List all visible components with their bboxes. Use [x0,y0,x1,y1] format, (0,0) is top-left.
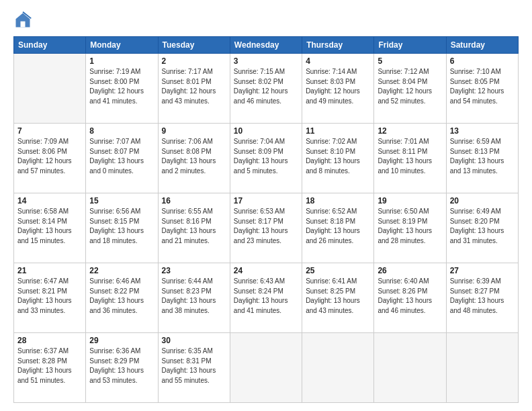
day-cell: 18Sunrise: 6:52 AM Sunset: 8:18 PM Dayli… [302,193,374,263]
day-number: 25 [306,266,370,275]
day-cell: 8Sunrise: 7:07 AM Sunset: 8:07 PM Daylig… [86,124,158,193]
day-info: Sunrise: 6:56 AM Sunset: 8:15 PM Dayligh… [89,207,154,246]
day-number: 28 [17,336,82,345]
day-cell: 3Sunrise: 7:15 AM Sunset: 8:02 PM Daylig… [230,54,302,124]
day-info: Sunrise: 7:14 AM Sunset: 8:03 PM Dayligh… [306,67,370,106]
day-number: 2 [162,56,226,66]
day-cell: 10Sunrise: 7:04 AM Sunset: 8:09 PM Dayli… [230,124,302,193]
week-row-5: 28Sunrise: 6:37 AM Sunset: 8:28 PM Dayli… [14,333,519,403]
day-info: Sunrise: 7:19 AM Sunset: 8:00 PM Dayligh… [89,67,154,106]
day-cell: 1Sunrise: 7:19 AM Sunset: 8:00 PM Daylig… [86,54,158,124]
day-info: Sunrise: 7:01 AM Sunset: 8:11 PM Dayligh… [378,137,442,176]
day-cell: 7Sunrise: 7:09 AM Sunset: 8:06 PM Daylig… [14,124,86,193]
day-number: 16 [162,196,226,205]
day-cell: 24Sunrise: 6:43 AM Sunset: 8:24 PM Dayli… [230,263,302,333]
day-info: Sunrise: 6:52 AM Sunset: 8:18 PM Dayligh… [306,207,370,246]
day-info: Sunrise: 6:50 AM Sunset: 8:19 PM Dayligh… [378,207,442,246]
day-info: Sunrise: 7:06 AM Sunset: 8:08 PM Dayligh… [162,137,226,176]
day-info: Sunrise: 6:49 AM Sunset: 8:20 PM Dayligh… [450,207,515,246]
day-cell: 5Sunrise: 7:12 AM Sunset: 8:04 PM Daylig… [374,54,446,124]
day-info: Sunrise: 6:53 AM Sunset: 8:17 PM Dayligh… [234,207,298,246]
week-row-1: 1Sunrise: 7:19 AM Sunset: 8:00 PM Daylig… [14,54,519,124]
week-row-3: 14Sunrise: 6:58 AM Sunset: 8:14 PM Dayli… [14,193,519,263]
day-cell: 2Sunrise: 7:17 AM Sunset: 8:01 PM Daylig… [158,54,230,124]
day-number: 13 [450,126,515,136]
calendar-header-row: Sunday Monday Tuesday Wednesday Thursday… [14,37,519,54]
day-info: Sunrise: 7:12 AM Sunset: 8:04 PM Dayligh… [378,67,442,106]
day-number: 21 [17,266,82,275]
day-cell: 13Sunrise: 6:59 AM Sunset: 8:13 PM Dayli… [446,124,518,193]
day-number: 9 [162,126,226,136]
day-number: 22 [89,266,154,275]
day-info: Sunrise: 7:09 AM Sunset: 8:06 PM Dayligh… [17,137,82,176]
day-info: Sunrise: 6:55 AM Sunset: 8:16 PM Dayligh… [162,207,226,246]
day-cell: 11Sunrise: 7:02 AM Sunset: 8:10 PM Dayli… [302,124,374,193]
day-number: 27 [450,266,515,275]
day-cell: 25Sunrise: 6:41 AM Sunset: 8:25 PM Dayli… [302,263,374,333]
day-number: 26 [378,266,442,275]
day-number: 17 [234,196,298,205]
svg-rect-2 [21,21,26,28]
day-cell: 19Sunrise: 6:50 AM Sunset: 8:19 PM Dayli… [374,193,446,263]
day-cell: 29Sunrise: 6:36 AM Sunset: 8:29 PM Dayli… [86,333,158,403]
logo [13,11,35,30]
day-number: 11 [306,126,370,136]
day-cell: 15Sunrise: 6:56 AM Sunset: 8:15 PM Dayli… [86,193,158,263]
day-info: Sunrise: 7:17 AM Sunset: 8:01 PM Dayligh… [162,67,226,106]
day-info: Sunrise: 7:10 AM Sunset: 8:05 PM Dayligh… [450,67,515,106]
week-row-2: 7Sunrise: 7:09 AM Sunset: 8:06 PM Daylig… [14,124,519,193]
col-friday: Friday [374,37,446,54]
day-number: 18 [306,196,370,205]
day-cell [446,333,518,403]
col-thursday: Thursday [302,37,374,54]
day-info: Sunrise: 7:04 AM Sunset: 8:09 PM Dayligh… [234,137,298,176]
day-number: 14 [17,196,82,205]
col-wednesday: Wednesday [230,37,302,54]
day-cell [302,333,374,403]
day-cell: 16Sunrise: 6:55 AM Sunset: 8:16 PM Dayli… [158,193,230,263]
day-info: Sunrise: 6:44 AM Sunset: 8:23 PM Dayligh… [162,277,226,316]
day-info: Sunrise: 7:07 AM Sunset: 8:07 PM Dayligh… [89,137,154,176]
day-number: 12 [378,126,442,136]
day-cell: 4Sunrise: 7:14 AM Sunset: 8:03 PM Daylig… [302,54,374,124]
day-info: Sunrise: 6:37 AM Sunset: 8:28 PM Dayligh… [17,347,82,385]
day-number: 7 [17,126,82,136]
day-cell: 17Sunrise: 6:53 AM Sunset: 8:17 PM Dayli… [230,193,302,263]
day-cell [230,333,302,403]
header [13,11,519,30]
day-info: Sunrise: 6:41 AM Sunset: 8:25 PM Dayligh… [306,277,370,316]
day-number: 1 [89,56,154,66]
day-number: 19 [378,196,442,205]
day-info: Sunrise: 6:39 AM Sunset: 8:27 PM Dayligh… [450,277,515,316]
day-number: 29 [89,336,154,345]
day-number: 8 [89,126,154,136]
day-number: 3 [234,56,298,66]
week-row-4: 21Sunrise: 6:47 AM Sunset: 8:21 PM Dayli… [14,263,519,333]
logo-icon [13,11,32,30]
day-cell: 20Sunrise: 6:49 AM Sunset: 8:20 PM Dayli… [446,193,518,263]
day-number: 10 [234,126,298,136]
day-info: Sunrise: 6:36 AM Sunset: 8:29 PM Dayligh… [89,347,154,385]
day-cell: 22Sunrise: 6:46 AM Sunset: 8:22 PM Dayli… [86,263,158,333]
day-info: Sunrise: 7:02 AM Sunset: 8:10 PM Dayligh… [306,137,370,176]
day-number: 24 [234,266,298,275]
day-info: Sunrise: 6:59 AM Sunset: 8:13 PM Dayligh… [450,137,515,176]
day-info: Sunrise: 6:46 AM Sunset: 8:22 PM Dayligh… [89,277,154,316]
day-number: 20 [450,196,515,205]
day-number: 30 [162,336,226,345]
day-cell: 9Sunrise: 7:06 AM Sunset: 8:08 PM Daylig… [158,124,230,193]
day-cell: 14Sunrise: 6:58 AM Sunset: 8:14 PM Dayli… [14,193,86,263]
day-number: 15 [89,196,154,205]
day-cell: 26Sunrise: 6:40 AM Sunset: 8:26 PM Dayli… [374,263,446,333]
calendar: Sunday Monday Tuesday Wednesday Thursday… [13,36,519,403]
day-cell [14,54,86,124]
day-number: 23 [162,266,226,275]
day-info: Sunrise: 6:40 AM Sunset: 8:26 PM Dayligh… [378,277,442,316]
day-cell: 23Sunrise: 6:44 AM Sunset: 8:23 PM Dayli… [158,263,230,333]
day-info: Sunrise: 6:58 AM Sunset: 8:14 PM Dayligh… [17,207,82,246]
day-number: 4 [306,56,370,66]
day-cell: 30Sunrise: 6:35 AM Sunset: 8:31 PM Dayli… [158,333,230,403]
day-info: Sunrise: 7:15 AM Sunset: 8:02 PM Dayligh… [234,67,298,106]
page: Sunday Monday Tuesday Wednesday Thursday… [0,0,532,411]
day-info: Sunrise: 6:47 AM Sunset: 8:21 PM Dayligh… [17,277,82,316]
